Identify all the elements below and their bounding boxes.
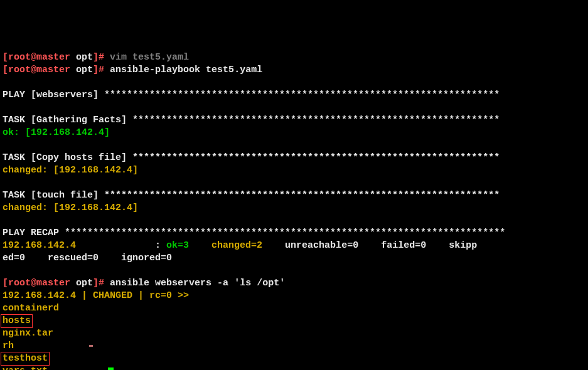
- task1-result: ok: [192.168.142.4]: [3, 127, 110, 138]
- stars: ****************************************…: [132, 152, 500, 163]
- stars: ****************************************…: [65, 228, 505, 238]
- file-containerd: containerd: [3, 303, 59, 314]
- bracket: [: [3, 52, 8, 63]
- recap-changed: changed=2: [206, 240, 279, 251]
- bracket-close: ]: [93, 278, 99, 288]
- task2-result: changed: [192.168.142.4]: [3, 165, 138, 176]
- bracket: [: [3, 278, 8, 288]
- pink-dot-icon: [89, 345, 93, 347]
- status-changed: changed:: [3, 203, 53, 213]
- stars: ****************************************…: [104, 190, 500, 201]
- status-changed: changed:: [3, 165, 53, 176]
- play-label: PLAY [webservers]: [3, 90, 104, 100]
- bracket: [: [3, 65, 8, 75]
- path: opt: [70, 52, 93, 63]
- hash: #: [99, 65, 110, 75]
- prompt-line-3: [root@master opt]# ansible webservers -a…: [3, 278, 285, 288]
- play-recap-header: PLAY RECAP *****************************…: [3, 228, 505, 238]
- task-label: TASK [Copy hosts file]: [3, 152, 132, 163]
- recap-host: 192.168.142.4: [3, 240, 149, 251]
- bracket-close: ]: [93, 65, 99, 75]
- file-nginx-tar: nginx.tar: [3, 328, 53, 339]
- recap-label: PLAY RECAP: [3, 228, 65, 238]
- user-host: root@master: [8, 65, 70, 75]
- path: opt: [70, 65, 93, 75]
- prompt-line-2: [root@master opt]# ansible-playbook test…: [3, 65, 262, 75]
- command-text: ansible webservers -a 'ls /opt': [110, 278, 285, 288]
- command-text: vim test5.yaml: [110, 52, 189, 63]
- play-header: PLAY [webservers] **********************…: [3, 90, 500, 100]
- task-touch-file: TASK [touch file] **********************…: [3, 190, 500, 201]
- stars: ****************************************…: [132, 115, 500, 125]
- status-ok: ok:: [3, 127, 25, 138]
- prompt-line-1: [root@master opt]# vim test5.yaml: [3, 52, 189, 63]
- host-ip: [192.168.142.4]: [53, 203, 138, 213]
- hash: #: [99, 278, 110, 288]
- host-ip: [192.168.142.4]: [53, 165, 138, 176]
- task-label: TASK [Gathering Facts]: [3, 115, 132, 125]
- user-host: root@master: [8, 278, 70, 288]
- task3-result: changed: [192.168.142.4]: [3, 203, 138, 213]
- task-gathering-facts: TASK [Gathering Facts] *****************…: [3, 115, 500, 125]
- recap-line1: 192.168.142.4 : ok=3 changed=2 unreachab…: [3, 240, 477, 251]
- file-testhost-row: testhost: [3, 353, 48, 364]
- ls-result-header: 192.168.142.4 | CHANGED | rc=0 >>: [3, 290, 189, 301]
- file-rh-row: rh: [3, 341, 93, 351]
- recap-ok: ok=3: [166, 240, 206, 251]
- task-label: TASK [touch file]: [3, 190, 104, 201]
- hash: #: [99, 52, 110, 63]
- file-vars-row: vars.txt: [3, 366, 114, 370]
- file-rh: rh: [3, 341, 14, 351]
- file-vars-txt: vars.txt: [3, 366, 48, 370]
- recap-line2: ed=0 rescued=0 ignored=0: [3, 253, 172, 263]
- task-copy-hosts: TASK [Copy hosts file] *****************…: [3, 152, 500, 163]
- cursor-icon: [108, 367, 114, 370]
- file-hosts-row: hosts: [3, 315, 31, 326]
- bracket-close: ]: [93, 52, 99, 63]
- file-testhost: testhost: [3, 353, 48, 364]
- user-host: root@master: [8, 52, 70, 63]
- file-hosts: hosts: [3, 315, 31, 326]
- stars: ****************************************…: [104, 90, 500, 100]
- command-text: ansible-playbook test5.yaml: [110, 65, 262, 75]
- terminal[interactable]: [root@master opt]# vim test5.yaml [root@…: [3, 51, 585, 370]
- recap-rest: unreachable=0 failed=0 skipp: [279, 240, 477, 251]
- host-ip: [192.168.142.4]: [25, 127, 110, 138]
- path: opt: [70, 278, 93, 288]
- colon: :: [149, 240, 166, 251]
